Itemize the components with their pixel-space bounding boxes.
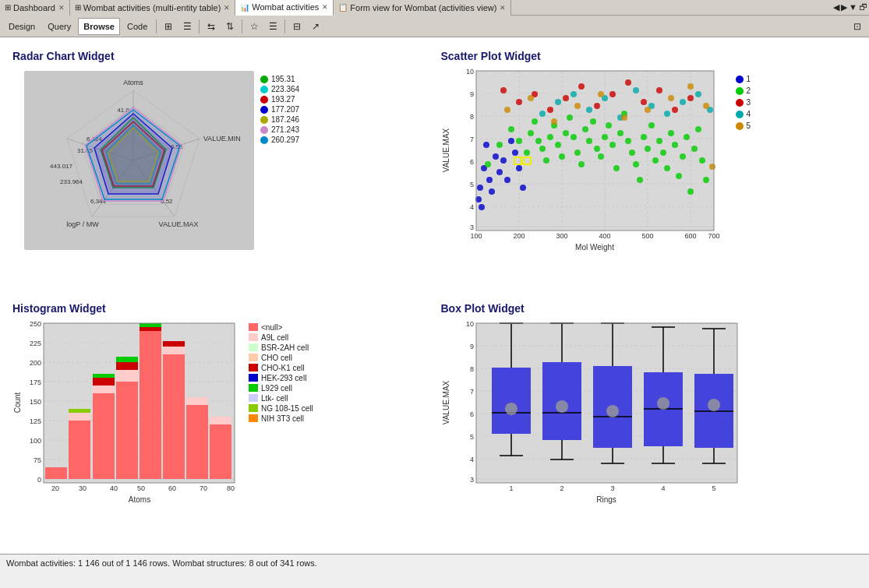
svg-point-78 [516, 138, 522, 144]
svg-text:0: 0 [37, 476, 41, 484]
svg-point-148 [680, 99, 686, 105]
svg-point-108 [637, 177, 643, 183]
tab-form-view[interactable]: 📋 Form view for Wombat (activities view)… [334, 0, 511, 16]
svg-point-106 [629, 150, 635, 156]
legend-label-6: 271.243 [271, 125, 299, 134]
svg-rect-212 [186, 397, 208, 405]
svg-rect-198 [93, 386, 115, 393]
tab-dashboard[interactable]: ⊞ Dashboard ✕ [0, 0, 70, 16]
svg-point-158 [668, 95, 674, 101]
sort-button[interactable]: ⇅ [221, 18, 238, 35]
svg-point-67 [496, 169, 503, 175]
dashboard-icon: ⊞ [5, 3, 11, 12]
svg-text:5: 5 [712, 484, 715, 492]
hist-legend-hek: HEK-293 cell [249, 374, 313, 382]
tab-wombat-activities-close[interactable]: ✕ [322, 3, 328, 11]
svg-text:3: 3 [469, 224, 473, 231]
hist-dot-l929 [249, 384, 258, 392]
svg-point-123 [695, 126, 701, 132]
svg-point-94 [582, 126, 588, 132]
nav-down-icon[interactable]: ▼ [849, 2, 857, 12]
query-button[interactable]: Query [42, 18, 76, 35]
code-button[interactable]: Code [122, 18, 153, 35]
svg-rect-199 [93, 378, 115, 386]
tab-wombat-activities[interactable]: 📊 Wombat activities ✕ [235, 0, 334, 16]
restore-icon[interactable]: 🗗 [859, 2, 867, 12]
svg-point-268 [657, 397, 669, 410]
status-text: Wombat activities: 1 146 out of 1 146 ro… [6, 558, 317, 568]
radar-container: Atoms VALUE.MIN VALUE.MAX logP / MW 41.0… [12, 67, 429, 254]
hist-legend-bsr: BSR-2AH cell [249, 343, 313, 352]
separator-1 [156, 19, 157, 33]
hist-dot-a9l [249, 333, 258, 341]
nav-right-icon[interactable]: ▶ [841, 2, 847, 12]
svg-rect-243 [492, 368, 531, 434]
svg-text:10: 10 [465, 320, 473, 328]
browse-button[interactable]: Browse [78, 18, 120, 35]
hist-legend-cho: CHO cell [249, 354, 313, 362]
tab-multi-entity-close[interactable]: ✕ [224, 4, 230, 12]
svg-text:6: 6 [469, 158, 473, 166]
design-button[interactable]: Design [3, 18, 41, 35]
list-view-button[interactable]: ☰ [178, 18, 196, 35]
legend-item-5: 187.246 [260, 115, 299, 124]
boxplot-svg: 10 9 8 7 6 5 4 3 1 2 3 4 5 Rings VALUE.M… [441, 319, 745, 506]
svg-point-83 [539, 146, 546, 152]
svg-text:200: 200 [30, 359, 41, 367]
svg-text:3: 3 [610, 484, 614, 492]
svg-text:30: 30 [79, 484, 87, 492]
histogram-title: Histogram Widget [12, 302, 429, 315]
svg-point-115 [664, 165, 670, 171]
svg-point-111 [648, 122, 655, 129]
svg-point-68 [500, 157, 507, 164]
nav-left-icon[interactable]: ◀ [833, 2, 839, 12]
fullscreen-button[interactable]: ⊡ [849, 18, 866, 35]
svg-text:200: 200 [513, 232, 525, 240]
svg-point-134 [625, 79, 631, 86]
scatter-dot-5 [736, 122, 744, 130]
menu-button[interactable]: ☰ [264, 18, 281, 35]
svg-point-73 [520, 185, 526, 191]
tab-multi-entity[interactable]: ⊞ Wombat activities (multi-entity table)… [70, 0, 235, 16]
svg-point-145 [633, 87, 639, 93]
svg-point-90 [567, 114, 573, 121]
svg-point-126 [500, 87, 507, 93]
legend-item-2: 223.364 [260, 85, 299, 93]
status-bar: Wombat activities: 1 146 out of 1 146 ro… [0, 554, 869, 571]
radar-svg: Atoms VALUE.MIN VALUE.MAX logP / MW 41.0… [12, 67, 254, 254]
svg-point-139 [539, 111, 546, 117]
svg-point-101 [609, 142, 616, 148]
svg-point-247 [505, 403, 518, 415]
svg-text:443.017: 443.017 [50, 163, 72, 170]
svg-text:7: 7 [469, 388, 473, 396]
wombat-activities-icon: 📊 [240, 3, 249, 12]
filter-button[interactable]: ⇆ [203, 18, 220, 35]
hist-label-bsr: BSR-2AH cell [261, 343, 309, 352]
svg-text:Atoms: Atoms [129, 495, 150, 504]
svg-point-76 [496, 142, 503, 148]
svg-text:300: 300 [556, 232, 567, 240]
tab-wombat-activities-label: Wombat activities [252, 2, 319, 12]
hist-label-chok1: CHO-K1 cell [261, 364, 305, 372]
layout-button[interactable]: ⊟ [288, 18, 306, 35]
scatter-label-2: 2 [747, 86, 751, 95]
legend-item-1: 195.31 [260, 75, 299, 83]
svg-rect-209 [163, 347, 185, 354]
grid-view-button[interactable]: ⊞ [160, 18, 177, 35]
tab-dashboard-close[interactable]: ✕ [58, 4, 65, 12]
svg-point-72 [516, 165, 522, 171]
svg-text:80: 80 [227, 484, 235, 492]
legend-label-4: 177.207 [271, 105, 299, 114]
hist-legend-a9l: A9L cell [249, 333, 313, 342]
scatter-widget: Scatter Plot Widget [435, 44, 864, 296]
svg-point-261 [606, 405, 619, 417]
svg-rect-214 [210, 417, 231, 424]
export-button[interactable]: ↗ [307, 18, 324, 35]
hist-dot-chok1 [249, 364, 258, 371]
scatter-label-4: 4 [747, 110, 751, 118]
histogram-container: 250 225 200 175 150 125 100 75 0 20 30 4… [12, 319, 429, 506]
svg-text:400: 400 [599, 232, 610, 240]
star-button[interactable]: ☆ [246, 18, 263, 35]
tab-form-view-close[interactable]: ✕ [500, 4, 506, 12]
svg-text:Count: Count [13, 392, 22, 413]
